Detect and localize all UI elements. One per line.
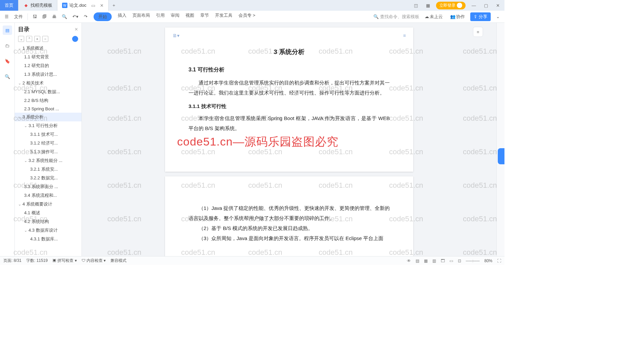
share-button[interactable]: ⇪分享 (470, 12, 491, 21)
menu-icon[interactable]: ☰ (3, 13, 11, 20)
collapse-ribbon-icon[interactable]: ⌄ (494, 13, 502, 20)
outline-node[interactable]: 3.2 系统性能分 ... (15, 156, 82, 165)
collapse-all-icon[interactable]: ⌄ (18, 36, 24, 42)
view-mode-1-icon[interactable]: ▤ (416, 259, 419, 263)
fullscreen-icon[interactable]: ⛶ (497, 259, 501, 263)
outline-node[interactable]: 3.1.3 操作可... (15, 148, 82, 156)
status-spellcheck[interactable]: ▣ 拼写检查 ▾ (52, 258, 77, 264)
ribbon-tab-chapter[interactable]: 章节 (200, 12, 209, 21)
close-outline-icon[interactable]: ✕ (74, 27, 78, 32)
outline-node[interactable]: 3.2.1 系统安... (15, 165, 82, 174)
outline-node[interactable]: 1.3 系统设计思... (15, 70, 82, 79)
ai-assist-icon[interactable] (72, 36, 78, 42)
minimize-icon[interactable]: — (470, 3, 478, 8)
ribbon-tab-layout[interactable]: 页面布局 (132, 12, 150, 21)
outline-node[interactable]: 3.1 可行性分析 (15, 121, 82, 130)
outline-node[interactable]: 1.2 研究目的 (15, 61, 82, 70)
split-view-icon[interactable]: ▭ (91, 3, 95, 8)
outline-node[interactable]: 4 系统概要设计 (15, 200, 82, 209)
format-pane-icon[interactable]: ≡ (473, 27, 483, 37)
expand-all-icon[interactable]: ⌃ (26, 36, 32, 42)
view-mode-3-icon[interactable]: ▥ (432, 259, 436, 263)
outline-node[interactable]: 3.1.1 技术可... (15, 130, 82, 139)
tab-document[interactable]: W 论文.doc ▭ ✕ (57, 0, 109, 11)
layout-icon[interactable]: ◫ (412, 3, 420, 8)
login-button[interactable]: 立即登录 (436, 2, 466, 9)
right-scroll-rail[interactable] (496, 23, 504, 256)
ribbon-tab-dev[interactable]: 开发工具 (215, 12, 232, 21)
doc-h4: 3.1.1 技术可行性 (189, 101, 390, 111)
view-mode-4-icon[interactable]: 🗔 (441, 259, 445, 263)
print-icon[interactable]: 🖶 (50, 13, 58, 20)
ribbon-tab-member[interactable]: 会员专 > (238, 12, 255, 21)
command-search[interactable]: 🔍 查找命令、搜索模板 (373, 14, 419, 20)
outline-node[interactable]: 4.3.1 数据库... (15, 235, 82, 243)
ribbon-tab-start[interactable]: 开始 (94, 12, 112, 21)
document-canvas[interactable]: ≡ 🗎▾ ≡ 3 系统分析 3.1 可行性分析 通过对本学生宿舍信息管理系统实行… (82, 23, 496, 256)
page-header-right-icon[interactable]: ≡ (403, 31, 406, 40)
add-heading-icon[interactable]: + (34, 36, 40, 42)
outline-node[interactable]: 4.3 数据库设计 (15, 226, 82, 235)
outline-node[interactable]: 2.1 MYSQL 数据... (15, 88, 82, 96)
close-window-icon[interactable]: ✕ (494, 3, 502, 8)
maximize-icon[interactable]: ▢ (482, 3, 490, 8)
file-menu[interactable]: 文件 (12, 12, 25, 21)
side-handle[interactable] (498, 148, 504, 164)
search-icon: 🔍 (373, 14, 379, 19)
collab-icon: 👥 (450, 14, 455, 19)
page-5: （1）Java 提供了稳定的性能、优秀的升级性、更快速的开发、更简便的管理、全新… (165, 176, 413, 256)
doc-h3: 3.1 可行性分析 (189, 64, 390, 75)
cloud-status[interactable]: ☁ 未上云 (423, 12, 445, 21)
outline-node[interactable]: 3.3 系统界面分 ... (15, 182, 82, 191)
save-icon[interactable]: 🖫 (31, 13, 39, 20)
outline-node[interactable]: 2.2 B/S 结构 (15, 96, 82, 105)
view-mode-2-icon[interactable]: ▦ (424, 259, 428, 263)
outline-node[interactable]: 2.3 Spring Boot ... (15, 105, 82, 113)
redo-icon[interactable]: ↷ (82, 13, 90, 20)
status-page[interactable]: 页面: 8/31 (3, 258, 21, 264)
collab-button[interactable]: 👥 协作 (448, 12, 467, 21)
page-header-left-icon[interactable]: 🗎▾ (172, 31, 179, 40)
doc-h2: 3 系统分析 (189, 46, 390, 58)
ribbon-tab-review[interactable]: 审阅 (171, 12, 179, 21)
title-tab-bar: 首页 ◆ 找稻壳模板 W 论文.doc ▭ ✕ ＋ ◫ ▦ 立即登录 — ▢ ✕ (0, 0, 504, 11)
outline-rail-icon[interactable]: ▤ (3, 25, 12, 35)
share-icon: ⇪ (474, 14, 477, 19)
outline-node[interactable]: 2 相关技术 (15, 79, 82, 88)
search-rail-icon[interactable]: 🔍 (3, 72, 12, 81)
tab-templates[interactable]: ◆ 找稻壳模板 (18, 0, 57, 11)
bookmark-rail-icon[interactable]: 🔖 (3, 56, 12, 66)
zoom-fit-icon[interactable]: ⊡ (458, 259, 461, 263)
close-tab-icon[interactable]: ✕ (100, 3, 104, 8)
outline-node[interactable]: 1 系统概述 (15, 44, 82, 53)
view-mode-5-icon[interactable]: ▭ (449, 259, 453, 263)
status-words[interactable]: 字数: 11519 (26, 258, 48, 264)
outline-node[interactable]: 3.2.2 数据完... (15, 174, 82, 182)
status-content-check[interactable]: 🛡 内容检查 ▾ (82, 258, 106, 264)
outline-node[interactable]: 3.1.2 经济可... (15, 139, 82, 148)
ribbon-tab-view[interactable]: 视图 (185, 12, 194, 21)
clipboard-rail-icon[interactable]: 🗀 (3, 41, 12, 50)
outline-tree[interactable]: 1 系统概述1.1 研究背景1.2 研究目的1.3 系统设计思...2 相关技术… (15, 44, 82, 256)
outline-node[interactable]: 4.2 系统结构 (15, 217, 82, 226)
zoom-slider[interactable]: ──○── (466, 259, 480, 263)
undo-icon[interactable]: ↶▾ (70, 13, 80, 20)
new-tab-button[interactable]: ＋ (109, 0, 119, 11)
outline-node[interactable]: 3 系统分析 (15, 113, 82, 121)
outline-node[interactable]: 1.1 研究背景 (15, 53, 82, 61)
ribbon-tab-insert[interactable]: 插入 (118, 12, 126, 21)
fire-icon: ◆ (23, 3, 29, 8)
eye-icon[interactable]: 👁 (407, 259, 411, 263)
status-compat[interactable]: 兼容模式 (110, 258, 126, 264)
outline-node[interactable]: 3.4 系统流程和... (15, 191, 82, 200)
zoom-value[interactable]: 80% (484, 259, 492, 263)
doc-p2: 本学生宿舍信息管理系统采用 Spring Boot 框架，JAVA 作为开发语言… (189, 113, 390, 133)
tab-home[interactable]: 首页 (0, 0, 18, 11)
save-as-icon[interactable]: 🗐 (40, 13, 49, 20)
remove-heading-icon[interactable]: − (42, 36, 48, 42)
ribbon-tab-ref[interactable]: 引用 (156, 12, 165, 21)
preview-icon[interactable]: 🔍 (60, 13, 69, 20)
apps-icon[interactable]: ▦ (424, 3, 432, 8)
outline-node[interactable]: 4.1 概述 (15, 209, 82, 217)
outline-title: 目录 (18, 25, 30, 33)
